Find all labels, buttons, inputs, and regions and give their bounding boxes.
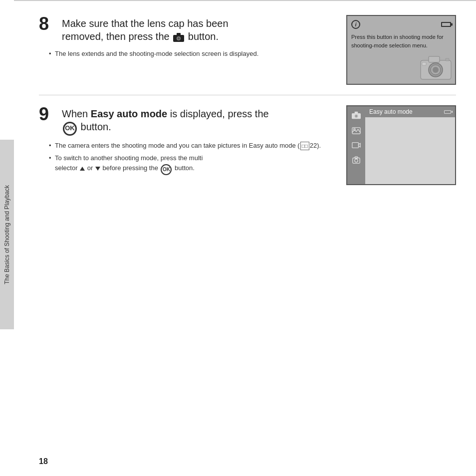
mode-icon-camera [350,109,362,121]
svg-rect-17 [352,143,359,148]
step-8-bullet1: The lens extends and the shooting-mode s… [49,49,331,59]
step-9-content: 9 When Easy auto mode is displayed, pres… [39,105,346,177]
triangle-up-icon [80,167,85,171]
step-8-bullets: The lens extends and the shooting-mode s… [39,49,331,59]
step-9-bullets: The camera enters the shooting mode and … [39,141,331,174]
svg-point-8 [433,67,439,73]
ok-button-icon: OK [63,122,77,136]
step-9-image: Easy auto mode [346,105,456,185]
step-9-bullet2: To switch to another shooting mode, pres… [49,153,331,174]
panel-8-camera-svg [420,53,452,81]
easy-auto-bar: Easy auto mode [365,106,455,117]
page-number: 18 [39,457,48,466]
step-9-title-text2: is displayed, press the [167,108,268,119]
battery-icon [441,22,451,27]
svg-point-14 [355,115,357,117]
step-8-title: Make sure that the lens cap has beenremo… [62,15,229,43]
step-9-bullet1: The camera enters the shooting mode and … [49,141,331,151]
svg-rect-12 [355,112,358,114]
svg-rect-1 [177,33,181,35]
svg-point-3 [178,37,180,39]
panel-9-right-area: Easy auto mode [365,106,455,184]
step-8-image: i Press this button in shooting mode for… [346,15,456,85]
svg-point-21 [355,159,358,162]
svg-marker-18 [359,143,361,147]
mode-icon-scene [350,124,362,136]
svg-rect-10 [446,58,449,61]
mode-icon-movie [350,139,362,151]
step-9-number: 9 [39,105,54,123]
sidebar-tab: The Basics of Shooting and Playback [0,140,14,329]
triangle-down-icon [95,167,100,171]
svg-rect-9 [422,62,426,65]
easy-auto-label: Easy auto mode [369,108,413,115]
step-9-title-text1: When [62,108,91,119]
panel-8: i Press this button in shooting mode for… [346,15,456,85]
mini-battery-icon [444,110,451,114]
info-icon: i [351,20,360,29]
panel-8-top-bar: i [351,20,451,29]
panel-9: Easy auto mode [346,105,456,185]
step-9-title-text3: button. [81,121,111,132]
step-8: 8 Make sure that the lens cap has beenre… [39,15,456,95]
step-8-heading: 8 Make sure that the lens cap has beenre… [39,15,331,43]
step-9-title-bold: Easy auto mode [91,108,167,119]
step-8-title-text2: button. [188,31,219,42]
panel-8-text: Press this button in shooting mode for s… [351,33,451,49]
ok-button-icon-2: OK [161,164,172,175]
sidebar-label: The Basics of Shooting and Playback [3,185,10,284]
panel-9-content-area [365,117,455,182]
main-content: 8 Make sure that the lens cap has beenre… [14,0,476,476]
step-9-title: When Easy auto mode is displayed, press … [62,105,269,135]
page-container: The Basics of Shooting and Playback 8 Ma… [0,0,476,476]
ref-box-1: □□ [300,142,309,150]
svg-rect-20 [355,157,357,159]
step-8-number: 8 [39,15,54,33]
camera-button-icon [173,33,184,42]
panel-9-left-column [347,106,365,184]
step-8-content: 8 Make sure that the lens cap has beenre… [39,15,346,62]
mode-icon-photo [350,154,362,166]
step-9: 9 When Easy auto mode is displayed, pres… [39,95,456,185]
svg-rect-5 [429,56,440,62]
step-9-heading: 9 When Easy auto mode is displayed, pres… [39,105,331,135]
